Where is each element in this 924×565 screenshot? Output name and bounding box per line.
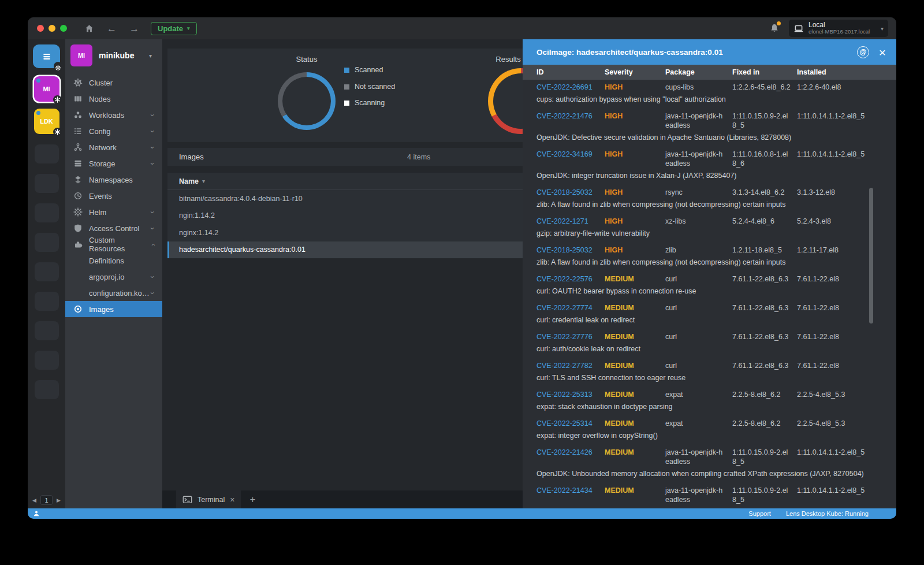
user-icon[interactable] <box>33 510 40 517</box>
fixed-in-version: 3.1.3-14.el8_6.2 <box>732 188 797 197</box>
page-next-icon[interactable]: ▶ <box>57 497 61 503</box>
sidebar-item-config[interactable]: Config› <box>65 123 162 139</box>
column-installed: Installed <box>797 68 896 76</box>
cve-link[interactable]: CVE-2018-25032 <box>536 188 605 197</box>
sidebar-item-configuration-ko[interactable]: configuration.ko…› <box>65 285 162 301</box>
kube-wheel-badge <box>53 128 62 136</box>
chevron-up-icon: › <box>148 243 156 246</box>
vulnerability-row: CVE-2018-25032HIGHrsync3.1.3-14.el8_6.23… <box>536 185 896 199</box>
catalog-icon <box>42 51 52 62</box>
terminal-tab[interactable]: Terminal × <box>176 490 241 508</box>
minimize-window-button[interactable] <box>49 25 55 32</box>
kube-status: Lens Desktop Kube: Running <box>786 510 869 517</box>
page-number: 1 <box>40 495 53 505</box>
vulnerability-description: curl: auth/cookie leak on redirect <box>536 344 896 358</box>
installed-version: 2.2.5-4.el8_5.3 <box>797 390 896 399</box>
vulnerability-description: gzip: arbitrary-file-write vulnerability <box>536 228 896 243</box>
sidebar-item-label: Definitions <box>89 257 124 265</box>
cve-link[interactable]: CVE-2022-22576 <box>536 274 605 284</box>
support-link[interactable]: Support <box>748 510 771 517</box>
sidebar-item-label: Helm <box>89 208 106 217</box>
fixed-in-version: 1:11.0.15.0.9-2.el8_5 <box>732 111 797 130</box>
chevron-down-icon: › <box>148 146 156 148</box>
update-button[interactable]: Update ▾ <box>151 22 197 35</box>
severity-badge: MEDIUM <box>605 274 665 284</box>
cve-link[interactable]: CVE-2022-26691 <box>536 83 605 92</box>
sidebar-item-access-control[interactable]: Access Control› <box>65 220 162 236</box>
host-selector[interactable]: Local elonel-MBP16-2017.local ▾ <box>789 20 888 37</box>
cve-link[interactable]: CVE-2022-34169 <box>536 150 605 159</box>
severity-badge: MEDIUM <box>605 390 665 399</box>
sidebar-item-images[interactable]: Images <box>65 301 162 317</box>
severity-badge: HIGH <box>605 217 665 226</box>
rail-placeholder <box>35 233 59 252</box>
status-chart-legend: ScannedNot scannedScanning <box>344 66 396 108</box>
cve-link[interactable]: CVE-2022-1271 <box>536 217 605 226</box>
cve-link[interactable]: CVE-2022-25314 <box>536 419 605 428</box>
installed-version: 7.61.1-22.el8 <box>797 274 896 284</box>
chevron-down-icon: ▾ <box>149 53 152 59</box>
cluster-header[interactable]: MI minikube ▾ <box>65 39 162 71</box>
vulnerability-row: CVE-2022-25314MEDIUMexpat2.2.5-8.el8_6.2… <box>536 416 896 430</box>
fixed-in-version: 1:11.0.15.0.9-2.el8_5 <box>732 448 797 466</box>
home-icon[interactable] <box>84 24 94 34</box>
rail-placeholder <box>35 203 59 222</box>
sidebar-item-namespaces[interactable]: Namespaces <box>65 172 162 188</box>
rail-placeholder <box>35 292 59 311</box>
cve-link[interactable]: CVE-2022-27774 <box>536 303 605 313</box>
vulnerability-description: expat: stack exhaustion in doctype parsi… <box>536 402 896 416</box>
scrollbar-thumb[interactable] <box>869 188 873 324</box>
config-icon <box>73 127 83 136</box>
fixed-in-version: 7.61.1-22.el8_6.3 <box>732 274 797 284</box>
legend-label: Scanning <box>355 99 396 108</box>
cluster-tile-mi[interactable]: MI <box>34 76 59 102</box>
forward-icon[interactable]: → <box>129 24 139 34</box>
sidebar-item-nodes[interactable]: Nodes <box>65 91 162 107</box>
new-tab-plus-icon[interactable]: + <box>249 494 255 505</box>
back-icon[interactable]: ← <box>107 24 117 34</box>
sidebar-item-custom-resources[interactable]: Custom Resources› <box>65 236 162 252</box>
cve-link[interactable]: CVE-2022-21426 <box>536 448 605 457</box>
at-sign-icon[interactable]: @ <box>857 46 869 58</box>
cve-link[interactable]: CVE-2022-21476 <box>536 111 605 121</box>
close-tab-icon[interactable]: × <box>230 495 234 504</box>
close-icon[interactable]: × <box>879 46 886 58</box>
sidebar-item-helm[interactable]: Helm› <box>65 204 162 220</box>
cve-link[interactable]: CVE-2022-21434 <box>536 486 605 495</box>
severity-badge: HIGH <box>605 150 665 159</box>
image-name: bitnami/cassandra:4.0.4-debian-11-r10 <box>179 195 303 203</box>
sidebar-item-definitions[interactable]: Definitions <box>65 252 162 269</box>
notifications-bell-icon[interactable] <box>769 23 780 34</box>
severity-badge: HIGH <box>605 188 665 197</box>
legend-item: Scanning <box>344 99 396 108</box>
update-button-label: Update <box>158 24 183 33</box>
sidebar-item-argoproj-io[interactable]: argoproj.io› <box>65 269 162 285</box>
status-dot <box>36 79 40 83</box>
cluster-tile-ldk[interactable]: LDK <box>34 109 59 134</box>
maximize-window-button[interactable] <box>60 25 67 32</box>
sidebar-item-label: Network <box>89 143 117 152</box>
cve-link[interactable]: CVE-2022-27776 <box>536 332 605 341</box>
sidebar-item-network[interactable]: Network› <box>65 139 162 155</box>
cve-link[interactable]: CVE-2022-25313 <box>536 390 605 399</box>
sidebar-item-storage[interactable]: Storage› <box>65 155 162 172</box>
catalog-button[interactable] <box>33 44 60 68</box>
severity-badge: HIGH <box>605 246 665 255</box>
column-fixed-in: Fixed in <box>732 68 797 76</box>
rail-placeholder <box>35 351 59 370</box>
images-icon <box>73 304 83 314</box>
installed-version: 2.2.5-4.el8_5.3 <box>797 419 896 428</box>
close-window-button[interactable] <box>37 25 44 32</box>
page-prev-icon[interactable]: ◀ <box>32 497 36 503</box>
cve-link[interactable]: CVE-2018-25032 <box>536 246 605 255</box>
vulnerability-row: CVE-2022-22576MEDIUMcurl7.61.1-22.el8_6.… <box>536 272 896 286</box>
vulnerability-table-header: ID Severity Package Fixed in Installed <box>523 65 896 80</box>
sidebar-item-workloads[interactable]: Workloads› <box>65 107 162 123</box>
terminal-tab-label: Terminal <box>198 496 225 504</box>
rail-placeholder <box>35 262 59 281</box>
sidebar-item-events[interactable]: Events <box>65 188 162 204</box>
chevron-down-icon: › <box>148 276 156 278</box>
cve-link[interactable]: CVE-2022-27782 <box>536 361 605 370</box>
installed-version: 7.61.1-22.el8 <box>797 303 896 313</box>
sidebar-item-cluster[interactable]: Cluster <box>65 75 162 91</box>
